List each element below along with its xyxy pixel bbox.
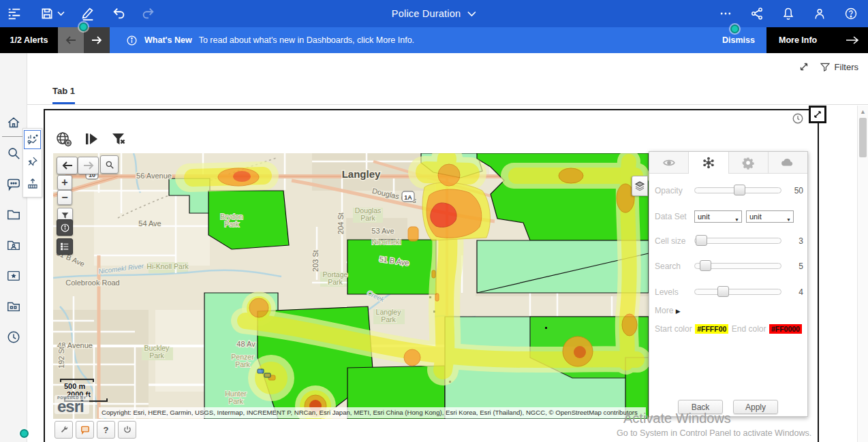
widget-expand-handle[interactable] [809, 106, 826, 123]
power-icon[interactable] [118, 421, 136, 439]
alert-prev-button[interactable] [58, 27, 84, 53]
notifications-bell-icon[interactable] [779, 5, 797, 22]
gear-icon[interactable] [729, 152, 769, 174]
settings-panel-tabs [649, 152, 807, 174]
cloud-icon[interactable] [769, 152, 807, 174]
play-icon[interactable] [82, 129, 101, 148]
folder-icon[interactable] [5, 206, 22, 223]
map-info-button[interactable] [57, 219, 73, 236]
chevron-down-icon: ▼ [734, 215, 739, 225]
more-link[interactable]: More ▶ [655, 306, 681, 315]
dashboard-title-menu[interactable]: Police Duration [392, 8, 476, 19]
title-chevron-down-icon [467, 11, 476, 17]
apply-button[interactable]: Apply [733, 400, 778, 414]
map-zoom-in-button[interactable]: + [57, 175, 72, 190]
chevron-down-icon: ▼ [786, 215, 791, 225]
user-icon[interactable] [811, 5, 828, 22]
scrollbar-thumb[interactable] [859, 118, 867, 157]
top-app-bar: Police Duration [0, 0, 868, 27]
upload-icon[interactable] [24, 174, 41, 193]
scrollbar-up-arrow[interactable]: ▲ [860, 108, 866, 115]
wrench-icon[interactable] [55, 421, 73, 439]
team-content-folder-icon[interactable] [5, 298, 22, 315]
filters-button[interactable]: Filters [820, 61, 858, 72]
levels-slider[interactable] [694, 289, 781, 295]
svg-text:Langley: Langley [342, 168, 381, 180]
tab-bar: Tab 1 [27, 80, 868, 105]
coach-mark-dot[interactable] [79, 22, 88, 31]
levels-label: Levels [655, 287, 679, 297]
map-forward-button[interactable] [78, 157, 99, 174]
dataset-select-2[interactable]: unit▼ [746, 210, 794, 223]
share-icon[interactable] [748, 5, 766, 22]
pin-icon[interactable] [24, 152, 41, 171]
page-title: Police Duration [392, 8, 461, 19]
widget-bottom-toolbar: ? [55, 421, 136, 439]
map-back-button[interactable] [57, 157, 78, 174]
map-zoom-out-button[interactable]: − [57, 190, 72, 205]
tab-1[interactable]: Tab 1 [52, 86, 75, 104]
opacity-row: Opacity 50 [649, 185, 809, 198]
dataset-row: Data Set unit▼ unit▼ [649, 210, 809, 224]
arrow-right-icon [846, 36, 858, 44]
dataset-select-1[interactable]: unit▼ [694, 210, 742, 223]
triangle-right-icon: ▶ [676, 308, 681, 315]
map-canvas[interactable]: 56 Avenue54 AveBrydonParkLangleyDouglas … [53, 153, 649, 419]
cluster-icon[interactable] [689, 152, 728, 174]
edit-pencil-icon[interactable] [79, 5, 97, 22]
opacity-slider[interactable] [694, 187, 781, 193]
svg-text:192 St: 192 St [57, 347, 65, 368]
coach-mark-dot[interactable] [730, 25, 739, 33]
my-content-folder-icon[interactable] [5, 236, 22, 254]
overflow-ellipsis-icon[interactable] [717, 5, 734, 22]
expand-icon[interactable] [798, 61, 810, 73]
info-icon [126, 35, 138, 46]
comment-icon[interactable] [76, 421, 94, 439]
opacity-value: 50 [794, 186, 803, 195]
alert-next-button[interactable] [84, 27, 110, 53]
start-color-chip[interactable]: #FFFF00 [695, 324, 728, 334]
map-search-button[interactable] [100, 155, 119, 174]
favorites-folder-icon[interactable] [5, 267, 22, 285]
esri-logo: POWERED BY esri [55, 395, 89, 414]
vertical-scrollbar[interactable]: ▲ [857, 106, 868, 442]
search-value: 5 [799, 262, 803, 271]
alert-title: What's New [144, 35, 192, 45]
map-settings-globe-icon[interactable] [55, 129, 74, 148]
svg-text:Park: Park [328, 278, 343, 286]
search-row: Search 5 [649, 260, 809, 274]
activate-windows-watermark: Activate Windows [623, 411, 731, 426]
coach-mark-dot[interactable] [20, 429, 29, 438]
search-icon[interactable] [5, 144, 22, 162]
more-info-button[interactable]: More Info [766, 27, 868, 53]
search-slider[interactable] [694, 263, 781, 269]
dataset-label: Data Set [655, 212, 687, 221]
open-menu-icon[interactable] [5, 5, 23, 22]
map-legend-button[interactable] [57, 238, 73, 255]
home-icon[interactable] [5, 114, 22, 131]
comments-icon[interactable] [5, 175, 22, 193]
redo-icon[interactable] [139, 5, 157, 22]
widget-border-top [44, 109, 819, 110]
recent-clock-icon[interactable] [5, 328, 22, 346]
svg-text:1A: 1A [404, 194, 412, 201]
cell-size-row: Cell size 3 [649, 235, 809, 249]
save-icon[interactable] [38, 5, 56, 22]
cell-size-slider[interactable] [694, 238, 781, 244]
layers-flyout-tab[interactable] [632, 176, 648, 196]
help-question-icon[interactable]: ? [97, 421, 115, 439]
activate-windows-hint: Go to System in Control Panel to activat… [617, 428, 811, 438]
svg-text:Park: Park [224, 220, 239, 228]
undo-icon[interactable] [110, 5, 128, 22]
help-icon[interactable] [842, 5, 860, 22]
save-chevron-icon[interactable] [56, 5, 65, 22]
widget-border-left [44, 109, 45, 442]
clear-filter-icon[interactable] [109, 129, 128, 148]
opacity-label: Opacity [655, 186, 683, 195]
end-color-chip[interactable]: #FF0000 [769, 324, 802, 334]
sidebar-divider [2, 136, 25, 137]
visualizations-chart-icon[interactable] [24, 130, 41, 149]
svg-text:Hi-Knoll Park: Hi-Knoll Park [146, 262, 189, 270]
end-color-label: End color [732, 324, 766, 334]
visibility-eye-icon[interactable] [649, 152, 689, 174]
